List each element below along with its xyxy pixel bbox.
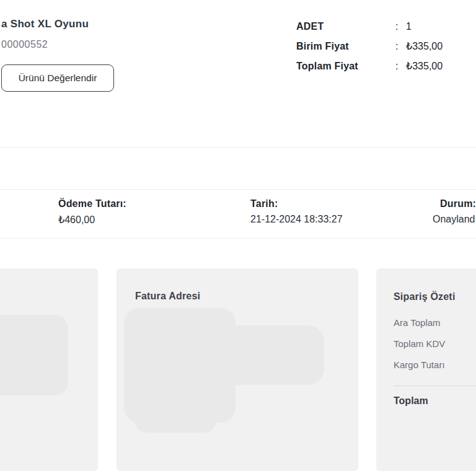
shipping-cost-label: Kargo Tutarı	[394, 359, 445, 370]
order-number: 00000552	[1, 39, 48, 50]
pricing-row-unit-price: Birim Fiyat : ₺335,00	[296, 37, 473, 56]
product-pricing-table: ADET : 1 Birim Fiyat : ₺335,00 Toplam Fi…	[296, 17, 473, 76]
order-date-value: 21-12-2024 18:33:27	[250, 214, 343, 225]
redacted-text-blob	[135, 405, 216, 433]
colon-separator: :	[395, 37, 406, 56]
redacted-text-blob	[0, 315, 68, 395]
total-vat-label: Toplam KDV	[394, 338, 445, 349]
order-date-label: Tarih:	[250, 198, 343, 209]
payment-amount-value: ₺460,00	[58, 214, 126, 226]
colon-separator: :	[395, 17, 406, 37]
product-name: a Shot XL Oyunu	[1, 18, 89, 30]
unit-price-label: Birim Fiyat	[296, 37, 395, 56]
payment-amount-label: Ödeme Tutarı:	[58, 198, 126, 209]
unit-price-value: ₺335,00	[406, 37, 473, 56]
quantity-label: ADET	[296, 17, 395, 37]
invoice-address-card: Fatura Adresi	[117, 268, 358, 471]
redacted-text-blob	[222, 325, 324, 385]
grand-total-label: Toplam	[394, 395, 428, 407]
order-status-column: Durum: Onaylandı	[433, 198, 476, 225]
order-date-column: Tarih: 21-12-2024 18:33:27	[250, 198, 343, 225]
order-summary-title: Sipariş Özeti	[394, 291, 456, 302]
pricing-row-total-price: Toplam Fiyat : ₺335,00	[296, 56, 473, 76]
invoice-address-title: Fatura Adresi	[135, 291, 200, 302]
pricing-row-quantity: ADET : 1	[296, 17, 473, 37]
section-divider	[0, 148, 476, 148]
order-status-label: Durum:	[440, 198, 476, 209]
payment-amount-column: Ödeme Tutarı: ₺460,00	[58, 198, 126, 226]
colon-separator: :	[395, 56, 406, 76]
summary-divider	[394, 386, 476, 386]
order-status-value: Onaylandı	[433, 214, 476, 225]
delivery-address-card	[0, 268, 98, 471]
total-price-label: Toplam Fiyat	[296, 56, 395, 76]
quantity-value: 1	[406, 17, 473, 37]
payment-summary-band: Ödeme Tutarı: ₺460,00 Tarih: 21-12-2024 …	[0, 189, 476, 239]
subtotal-label: Ara Toplam	[394, 317, 441, 328]
review-product-button[interactable]: Ürünü Değerlendir	[1, 64, 114, 92]
order-detail-page: a Shot XL Oyunu 00000552 Ürünü Değerlend…	[0, 0, 476, 476]
total-price-value: ₺335,00	[406, 56, 473, 76]
order-summary-card: Sipariş Özeti Ara Toplam Toplam KDV Karg…	[376, 268, 476, 471]
